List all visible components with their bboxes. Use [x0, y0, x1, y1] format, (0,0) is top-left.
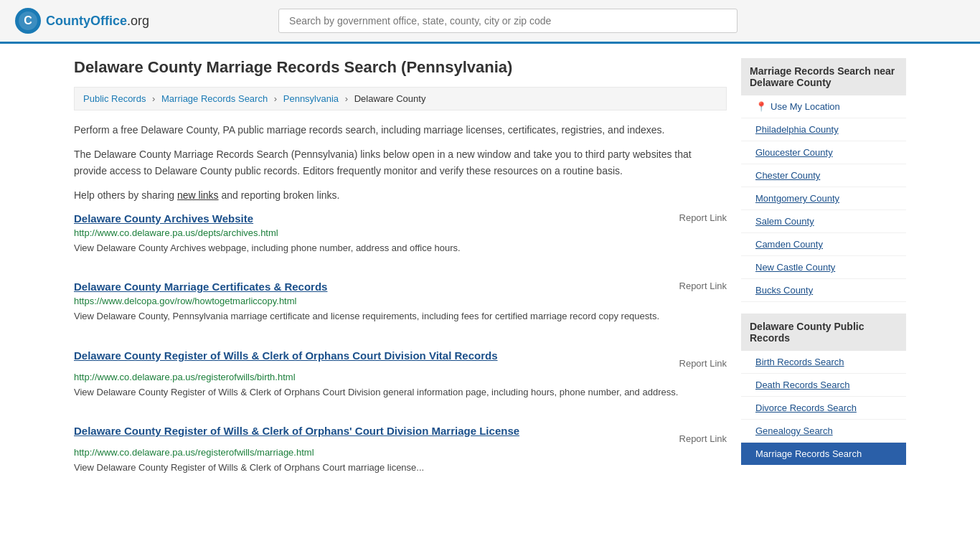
report-link[interactable]: Report Link — [679, 281, 727, 291]
record-header: Delaware County Marriage Certificates & … — [74, 281, 727, 293]
sidebar-item-montgomery[interactable]: Montgomery County — [741, 187, 906, 210]
record-header: Delaware County Archives Website Report … — [74, 212, 727, 225]
svg-text:C: C — [24, 14, 32, 27]
sidebar-item-birth[interactable]: Birth Records Search — [741, 351, 906, 374]
sidebar-item-marriage-active[interactable]: Marriage Records Search — [741, 443, 906, 465]
logo-icon: C — [14, 7, 42, 34]
salem-county-link[interactable]: Salem County — [755, 216, 814, 227]
divorce-records-link[interactable]: Divorce Records Search — [755, 402, 857, 413]
record-url[interactable]: http://www.co.delaware.pa.us/depts/archi… — [74, 227, 727, 238]
description-2: The Delaware County Marriage Records Sea… — [74, 146, 727, 179]
report-link[interactable]: Report Link — [679, 433, 727, 444]
record-url[interactable]: https://www.delcopa.gov/row/howtogetmarl… — [74, 296, 727, 306]
breadcrumb-sep2: › — [274, 93, 277, 104]
use-location-label[interactable]: Use My Location — [771, 101, 840, 112]
description-3: Help others by sharing new links and rep… — [74, 187, 727, 203]
sidebar-section-public-records: Delaware County Public Records Birth Rec… — [741, 314, 906, 465]
search-input[interactable] — [278, 9, 738, 33]
sidebar-item-philadelphia[interactable]: Philadelphia County — [741, 118, 906, 141]
record-description: View Delaware County Register of Wills &… — [74, 385, 727, 400]
sidebar: Marriage Records Search near Delaware Co… — [741, 58, 906, 501]
gloucester-county-link[interactable]: Gloucester County — [755, 147, 833, 158]
sidebar-item-salem[interactable]: Salem County — [741, 210, 906, 233]
breadcrumb-sep1: › — [152, 93, 155, 104]
chester-county-link[interactable]: Chester County — [755, 170, 820, 181]
description-3-post: and reporting broken links. — [219, 189, 340, 201]
new-links-link[interactable]: new links — [177, 189, 219, 201]
record-entry: Delaware County Archives Website Report … — [74, 212, 727, 267]
record-description: View Delaware County Register of Wills &… — [74, 461, 727, 475]
record-url[interactable]: http://www.co.delaware.pa.us/registerofw… — [74, 372, 727, 382]
sidebar-item-death[interactable]: Death Records Search — [741, 374, 906, 397]
philadelphia-county-link[interactable]: Philadelphia County — [755, 124, 839, 135]
breadcrumb-public-records[interactable]: Public Records — [83, 93, 146, 104]
record-title[interactable]: Delaware County Archives Website — [74, 212, 253, 225]
breadcrumb-pennsylvania[interactable]: Pennsylvania — [283, 93, 339, 104]
search-bar[interactable] — [278, 9, 738, 33]
breadcrumb-marriage-records[interactable]: Marriage Records Search — [161, 93, 268, 104]
record-title[interactable]: Delaware County Register of Wills & Cler… — [74, 425, 519, 437]
sidebar-section1-header: Marriage Records Search near Delaware Co… — [741, 58, 906, 95]
sidebar-item-divorce[interactable]: Divorce Records Search — [741, 397, 906, 420]
content-area: Delaware County Marriage Records Search … — [74, 58, 727, 501]
breadcrumb-delaware-county: Delaware County — [354, 93, 426, 104]
record-entry: Delaware County Marriage Certificates & … — [74, 281, 727, 335]
description-3-pre: Help others by sharing — [74, 189, 177, 201]
sidebar-item-gloucester[interactable]: Gloucester County — [741, 141, 906, 164]
newcastle-county-link[interactable]: New Castle County — [755, 262, 835, 273]
record-entry: Delaware County Register of Wills & Cler… — [74, 349, 727, 411]
breadcrumb: Public Records › Marriage Records Search… — [74, 87, 727, 110]
montgomery-county-link[interactable]: Montgomery County — [755, 193, 839, 204]
location-icon: 📍 — [755, 101, 767, 112]
sidebar-item-camden[interactable]: Camden County — [741, 233, 906, 256]
sidebar-section-nearby: Marriage Records Search near Delaware Co… — [741, 58, 906, 302]
sidebar-item-genealogy[interactable]: Genealogy Search — [741, 420, 906, 443]
records-list: Delaware County Archives Website Report … — [74, 212, 727, 486]
sidebar-section2-header: Delaware County Public Records — [741, 314, 906, 351]
logo-area[interactable]: C CountyOffice.org — [14, 7, 149, 34]
report-link[interactable]: Report Link — [679, 358, 727, 369]
page-header: C CountyOffice.org — [0, 0, 980, 44]
record-description: View Delaware County Archives webpage, i… — [74, 241, 727, 255]
breadcrumb-sep3: › — [345, 93, 348, 104]
page-title: Delaware County Marriage Records Search … — [74, 58, 727, 77]
genealogy-link[interactable]: Genealogy Search — [755, 425, 833, 436]
report-link[interactable]: Report Link — [679, 212, 727, 223]
record-title[interactable]: Delaware County Register of Wills & Cler… — [74, 349, 498, 362]
sidebar-item-chester[interactable]: Chester County — [741, 164, 906, 187]
sidebar-item-newcastle[interactable]: New Castle County — [741, 256, 906, 279]
sidebar-item-bucks[interactable]: Bucks County — [741, 279, 906, 302]
birth-records-link[interactable]: Birth Records Search — [755, 357, 844, 367]
marriage-records-link[interactable]: Marriage Records Search — [755, 448, 862, 459]
description-1: Perform a free Delaware County, PA publi… — [74, 122, 727, 138]
record-entry: Delaware County Register of Wills & Cler… — [74, 425, 727, 486]
sidebar-use-location[interactable]: 📍 Use My Location — [741, 95, 906, 118]
record-description: View Delaware County, Pennsylvania marri… — [74, 309, 727, 324]
death-records-link[interactable]: Death Records Search — [755, 380, 850, 390]
main-container: Delaware County Marriage Records Search … — [60, 44, 920, 515]
record-title[interactable]: Delaware County Marriage Certificates & … — [74, 281, 327, 293]
camden-county-link[interactable]: Camden County — [755, 239, 823, 250]
record-url[interactable]: http://www.co.delaware.pa.us/registerofw… — [74, 447, 727, 458]
logo-text: CountyOffice.org — [46, 14, 149, 29]
bucks-county-link[interactable]: Bucks County — [755, 285, 813, 296]
